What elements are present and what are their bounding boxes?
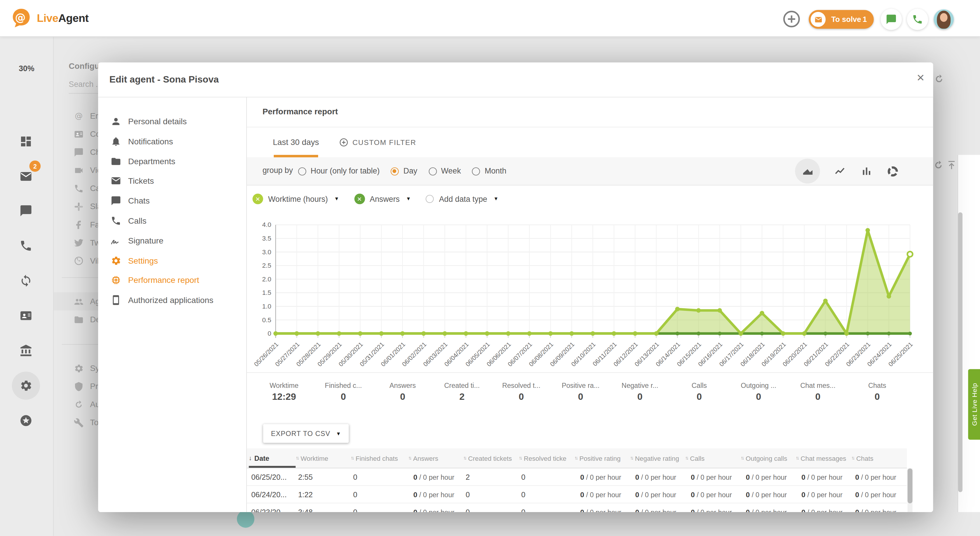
add-data-type[interactable]: Add data type▼	[426, 195, 498, 203]
group-by-option-month[interactable]: Month	[472, 167, 506, 176]
group-by-option-hour-only-for-table[interactable]: Hour (only for table)	[298, 167, 380, 176]
chats-header-button[interactable]	[880, 9, 902, 30]
chevron-down-icon[interactable]: ▼	[406, 196, 411, 201]
add-new-button[interactable]	[783, 10, 800, 28]
report-tabs: Last 30 days CUSTOM FILTER	[247, 127, 933, 158]
modal-nav-item-performance-report[interactable]: Performance report	[98, 271, 246, 290]
radio-icon[interactable]	[428, 167, 437, 175]
stat-resolved-t: Resolved t...0	[492, 373, 551, 417]
bar-chart-icon[interactable]	[861, 165, 873, 177]
column-header-positive-rating[interactable]: ↑↓Positive rating	[574, 449, 630, 468]
plus-circle-icon	[339, 138, 348, 146]
remove-chip-icon[interactable]: ✕	[253, 193, 263, 204]
column-header-chat-messages[interactable]: ↑↓Chat messages	[795, 449, 851, 468]
sort-icon: ↑↓	[851, 455, 854, 461]
calls-icon[interactable]	[19, 239, 32, 252]
table-row[interactable]: 06/24/20...1:2200 / 0 per hour000 / 0 pe…	[247, 486, 907, 503]
phone-icon	[912, 14, 923, 25]
column-header-finished-chats[interactable]: ↑↓Finished chats	[350, 449, 408, 468]
performance-report-panel: Performance report Last 30 days CUSTOM F…	[247, 97, 933, 512]
group-by-option-day[interactable]: Day	[391, 167, 417, 176]
folder-icon	[74, 314, 84, 324]
modal-nav-item-signature[interactable]: Signature	[98, 231, 246, 250]
gear-icon	[111, 255, 121, 266]
column-header-calls[interactable]: ↑↓Calls	[685, 449, 741, 468]
liveagent-logo-icon[interactable]: @	[11, 8, 32, 29]
stat-calls: Calls0	[670, 373, 729, 417]
scroll-top-icon[interactable]	[946, 160, 957, 170]
chart-type-area-selected[interactable]	[795, 159, 820, 184]
facebook-icon	[74, 220, 84, 230]
donut-chart-icon[interactable]	[887, 165, 899, 177]
table-scrollbar-track[interactable]	[908, 468, 913, 512]
section-header: Performance report	[247, 97, 933, 127]
chip-worktime-hours[interactable]: ✕Worktime (hours)▼	[253, 193, 339, 204]
radio-icon[interactable]	[298, 167, 306, 175]
sort-icon: ↑↓	[741, 455, 743, 461]
table-row[interactable]: 06/25/20...2:5500 / 0 per hour200 / 0 pe…	[247, 468, 907, 486]
table-scrollbar-thumb[interactable]	[908, 468, 913, 503]
calls-header-button[interactable]	[907, 9, 928, 30]
logo-text[interactable]: LiveAgent	[37, 12, 88, 25]
modal-nav-item-tickets[interactable]: Tickets	[98, 171, 246, 191]
radio-icon[interactable]	[472, 167, 480, 175]
left-sidebar: 30% 2	[0, 36, 54, 536]
column-header-worktime[interactable]: ↑↓Worktime	[296, 449, 350, 468]
table-row[interactable]: 06/23/20...3:4800 / 0 per hour000 / 0 pe…	[247, 503, 907, 512]
portal-icon[interactable]	[19, 344, 32, 357]
chat-icon	[74, 147, 84, 157]
chats-icon[interactable]	[19, 204, 32, 217]
refresh-icon[interactable]	[934, 74, 944, 84]
stat-positive-ra: Positive ra...0	[551, 373, 610, 417]
stat-chats: Chats0	[848, 373, 907, 417]
radio-icon[interactable]	[391, 167, 399, 175]
reload-list-icon[interactable]	[933, 160, 943, 170]
envelope-icon	[111, 176, 121, 186]
tickets-icon[interactable]	[19, 170, 32, 183]
group-by-option-week[interactable]: Week	[428, 167, 461, 176]
column-header-chats[interactable]: ↑↓Chats	[851, 449, 905, 468]
upgrade-icon[interactable]	[19, 414, 32, 427]
column-header-created-tickets[interactable]: ↑↓Created tickets	[463, 449, 519, 468]
stat-outgoing: Outgoing ...0	[729, 373, 788, 417]
stat-negative-r: Negative r...0	[610, 373, 670, 417]
modal-nav-item-personal-details[interactable]: Personal details	[98, 112, 246, 131]
person-icon	[111, 116, 121, 127]
chevron-down-icon[interactable]: ▼	[334, 196, 339, 201]
column-header-date[interactable]: ↓Date	[249, 449, 296, 468]
chip-answers[interactable]: ✕Answers▼	[354, 193, 411, 204]
tab-last-30-days[interactable]: Last 30 days	[262, 127, 329, 157]
modal-nav-item-departments[interactable]: Departments	[98, 152, 246, 171]
configuration-title: Configur	[69, 61, 103, 71]
folder-icon	[111, 156, 121, 167]
column-header-outgoing-calls[interactable]: ↑↓Outgoing calls	[741, 449, 795, 468]
dashboard-icon[interactable]	[19, 135, 32, 148]
column-header-answers[interactable]: ↑↓Answers	[408, 449, 463, 468]
modal-nav-item-settings[interactable]: Settings	[98, 251, 246, 270]
column-header-negative-rating[interactable]: ↑↓Negative rating	[630, 449, 685, 468]
customers-icon[interactable]	[19, 309, 32, 322]
tab-custom-filter[interactable]: CUSTOM FILTER	[339, 127, 416, 157]
modal-nav-item-chats[interactable]: Chats	[98, 191, 246, 211]
chevron-down-icon[interactable]: ▼	[493, 196, 498, 201]
user-avatar[interactable]	[934, 10, 954, 29]
line-chart-icon[interactable]	[834, 165, 846, 177]
chat-icon	[886, 14, 897, 25]
export-to-csv-button[interactable]: EXPORT TO CSV ▼	[263, 424, 349, 443]
automation-icon[interactable]	[19, 274, 32, 287]
app-root: @ LiveAgent To solve 1 30% 2 Configur Se…	[0, 0, 980, 536]
to-solve-button[interactable]: To solve 1	[809, 10, 874, 29]
page-scrollbar[interactable]	[958, 212, 963, 492]
slack-icon	[74, 201, 84, 211]
modal-title: Edit agent - Sona Pisova	[110, 74, 219, 84]
remove-chip-icon[interactable]: ✕	[354, 193, 364, 204]
background-avatar	[237, 510, 255, 528]
modal-nav-item-notifications[interactable]: Notifications	[98, 132, 246, 151]
close-icon[interactable]: ×	[917, 71, 924, 84]
get-live-help-tab[interactable]: Get Live Help	[968, 369, 980, 440]
modal-nav-item-calls[interactable]: Calls	[98, 211, 246, 230]
stat-answers: Answers0	[373, 373, 432, 417]
modal-nav-item-authorized-applications[interactable]: Authorized applications	[98, 290, 246, 310]
settings-icon[interactable]	[19, 379, 32, 392]
column-header-resolved-ticke[interactable]: ↑↓Resolved ticke	[519, 449, 574, 468]
